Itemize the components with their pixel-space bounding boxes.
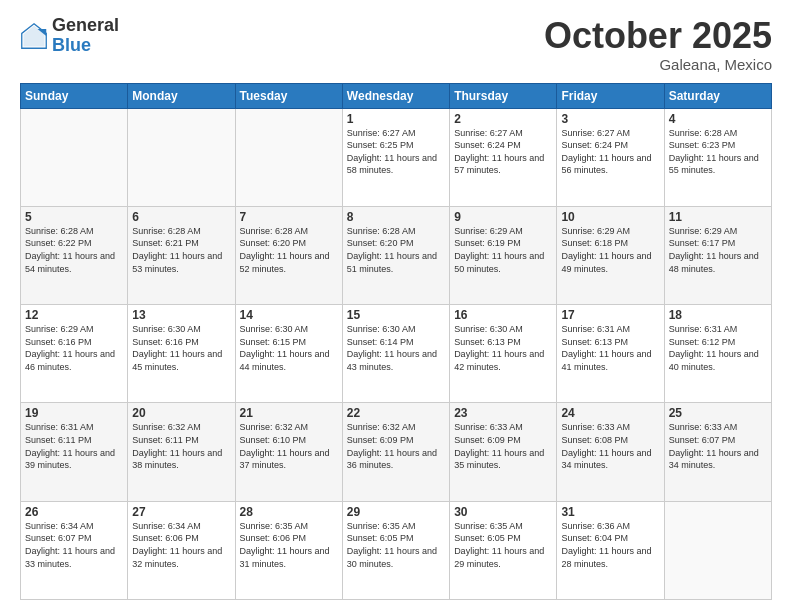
logo: General Blue [20,16,119,56]
table-row: 14Sunrise: 6:30 AMSunset: 6:15 PMDayligh… [235,305,342,403]
table-row: 24Sunrise: 6:33 AMSunset: 6:08 PMDayligh… [557,403,664,501]
col-friday: Friday [557,83,664,108]
day-number: 18 [669,308,767,322]
table-row: 15Sunrise: 6:30 AMSunset: 6:14 PMDayligh… [342,305,449,403]
logo-icon [20,22,48,50]
table-row: 4Sunrise: 6:28 AMSunset: 6:23 PMDaylight… [664,108,771,206]
table-row: 21Sunrise: 6:32 AMSunset: 6:10 PMDayligh… [235,403,342,501]
table-row [664,501,771,599]
day-number: 7 [240,210,338,224]
day-info: Sunrise: 6:27 AMSunset: 6:24 PMDaylight:… [454,127,552,177]
day-number: 19 [25,406,123,420]
table-row: 26Sunrise: 6:34 AMSunset: 6:07 PMDayligh… [21,501,128,599]
day-number: 4 [669,112,767,126]
day-number: 13 [132,308,230,322]
day-number: 10 [561,210,659,224]
table-row: 20Sunrise: 6:32 AMSunset: 6:11 PMDayligh… [128,403,235,501]
table-row: 27Sunrise: 6:34 AMSunset: 6:06 PMDayligh… [128,501,235,599]
day-number: 2 [454,112,552,126]
table-row [128,108,235,206]
table-row: 16Sunrise: 6:30 AMSunset: 6:13 PMDayligh… [450,305,557,403]
table-row: 9Sunrise: 6:29 AMSunset: 6:19 PMDaylight… [450,206,557,304]
table-row: 19Sunrise: 6:31 AMSunset: 6:11 PMDayligh… [21,403,128,501]
day-info: Sunrise: 6:29 AMSunset: 6:17 PMDaylight:… [669,225,767,275]
table-row: 28Sunrise: 6:35 AMSunset: 6:06 PMDayligh… [235,501,342,599]
day-number: 3 [561,112,659,126]
table-row: 25Sunrise: 6:33 AMSunset: 6:07 PMDayligh… [664,403,771,501]
day-number: 17 [561,308,659,322]
day-number: 5 [25,210,123,224]
day-info: Sunrise: 6:35 AMSunset: 6:05 PMDaylight:… [347,520,445,570]
day-info: Sunrise: 6:28 AMSunset: 6:21 PMDaylight:… [132,225,230,275]
day-info: Sunrise: 6:29 AMSunset: 6:18 PMDaylight:… [561,225,659,275]
table-row: 31Sunrise: 6:36 AMSunset: 6:04 PMDayligh… [557,501,664,599]
day-number: 8 [347,210,445,224]
day-info: Sunrise: 6:33 AMSunset: 6:09 PMDaylight:… [454,421,552,471]
day-info: Sunrise: 6:31 AMSunset: 6:11 PMDaylight:… [25,421,123,471]
day-number: 20 [132,406,230,420]
svg-marker-0 [24,25,45,46]
day-info: Sunrise: 6:34 AMSunset: 6:07 PMDaylight:… [25,520,123,570]
day-info: Sunrise: 6:30 AMSunset: 6:13 PMDaylight:… [454,323,552,373]
month-title: October 2025 [544,16,772,56]
day-number: 9 [454,210,552,224]
col-tuesday: Tuesday [235,83,342,108]
header: General Blue October 2025 Galeana, Mexic… [20,16,772,73]
table-row: 10Sunrise: 6:29 AMSunset: 6:18 PMDayligh… [557,206,664,304]
day-number: 15 [347,308,445,322]
col-thursday: Thursday [450,83,557,108]
day-number: 26 [25,505,123,519]
calendar-week-row: 26Sunrise: 6:34 AMSunset: 6:07 PMDayligh… [21,501,772,599]
logo-general-text: General [52,16,119,36]
col-saturday: Saturday [664,83,771,108]
day-info: Sunrise: 6:31 AMSunset: 6:13 PMDaylight:… [561,323,659,373]
day-info: Sunrise: 6:33 AMSunset: 6:08 PMDaylight:… [561,421,659,471]
table-row: 23Sunrise: 6:33 AMSunset: 6:09 PMDayligh… [450,403,557,501]
logo-blue-text: Blue [52,36,119,56]
day-info: Sunrise: 6:30 AMSunset: 6:14 PMDaylight:… [347,323,445,373]
day-number: 25 [669,406,767,420]
table-row [21,108,128,206]
day-number: 24 [561,406,659,420]
col-sunday: Sunday [21,83,128,108]
day-info: Sunrise: 6:27 AMSunset: 6:25 PMDaylight:… [347,127,445,177]
calendar-week-row: 12Sunrise: 6:29 AMSunset: 6:16 PMDayligh… [21,305,772,403]
day-number: 28 [240,505,338,519]
location: Galeana, Mexico [544,56,772,73]
table-row: 7Sunrise: 6:28 AMSunset: 6:20 PMDaylight… [235,206,342,304]
day-info: Sunrise: 6:28 AMSunset: 6:22 PMDaylight:… [25,225,123,275]
day-number: 30 [454,505,552,519]
day-info: Sunrise: 6:32 AMSunset: 6:11 PMDaylight:… [132,421,230,471]
page: General Blue October 2025 Galeana, Mexic… [0,0,792,612]
calendar-week-row: 5Sunrise: 6:28 AMSunset: 6:22 PMDaylight… [21,206,772,304]
day-number: 22 [347,406,445,420]
day-info: Sunrise: 6:35 AMSunset: 6:06 PMDaylight:… [240,520,338,570]
calendar-week-row: 1Sunrise: 6:27 AMSunset: 6:25 PMDaylight… [21,108,772,206]
table-row: 8Sunrise: 6:28 AMSunset: 6:20 PMDaylight… [342,206,449,304]
table-row: 13Sunrise: 6:30 AMSunset: 6:16 PMDayligh… [128,305,235,403]
day-info: Sunrise: 6:28 AMSunset: 6:20 PMDaylight:… [347,225,445,275]
day-number: 29 [347,505,445,519]
logo-text: General Blue [52,16,119,56]
table-row: 3Sunrise: 6:27 AMSunset: 6:24 PMDaylight… [557,108,664,206]
day-number: 27 [132,505,230,519]
day-info: Sunrise: 6:30 AMSunset: 6:15 PMDaylight:… [240,323,338,373]
table-row: 22Sunrise: 6:32 AMSunset: 6:09 PMDayligh… [342,403,449,501]
day-info: Sunrise: 6:30 AMSunset: 6:16 PMDaylight:… [132,323,230,373]
table-row: 11Sunrise: 6:29 AMSunset: 6:17 PMDayligh… [664,206,771,304]
table-row: 29Sunrise: 6:35 AMSunset: 6:05 PMDayligh… [342,501,449,599]
table-row: 18Sunrise: 6:31 AMSunset: 6:12 PMDayligh… [664,305,771,403]
day-info: Sunrise: 6:28 AMSunset: 6:23 PMDaylight:… [669,127,767,177]
table-row [235,108,342,206]
day-info: Sunrise: 6:34 AMSunset: 6:06 PMDaylight:… [132,520,230,570]
table-row: 1Sunrise: 6:27 AMSunset: 6:25 PMDaylight… [342,108,449,206]
col-monday: Monday [128,83,235,108]
day-number: 23 [454,406,552,420]
title-block: October 2025 Galeana, Mexico [544,16,772,73]
day-number: 12 [25,308,123,322]
table-row: 12Sunrise: 6:29 AMSunset: 6:16 PMDayligh… [21,305,128,403]
day-number: 6 [132,210,230,224]
table-row: 17Sunrise: 6:31 AMSunset: 6:13 PMDayligh… [557,305,664,403]
table-row: 6Sunrise: 6:28 AMSunset: 6:21 PMDaylight… [128,206,235,304]
day-info: Sunrise: 6:36 AMSunset: 6:04 PMDaylight:… [561,520,659,570]
